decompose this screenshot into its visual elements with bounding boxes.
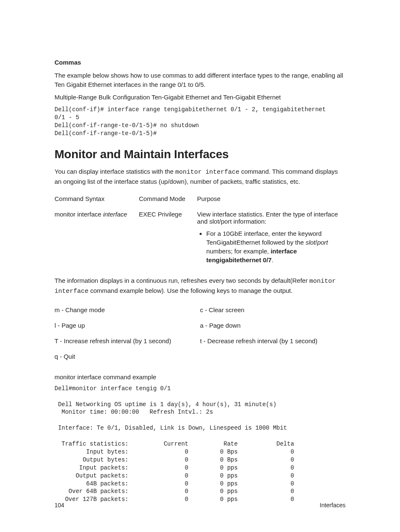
table-row: monitor interface interface EXEC Privile… [55,208,345,269]
page-container: Commas The example below shows how to us… [0,0,400,532]
commas-p2: Multiple-Range Bulk Configuration Ten-Gi… [55,93,345,102]
commas-p1: The example below shows how to use comma… [55,71,345,89]
command-table: Command Syntax Command Mode Purpose moni… [55,193,345,269]
purpose-bullet-1: For a 10GbE interface, enter the keyword… [206,229,341,264]
b-mid: numbers; for example, [206,248,270,255]
b-ital2: port [317,239,328,246]
commas-code-block: Dell(conf-if)# interface range tengigabi… [55,106,345,138]
purpose-text: View interface statistics. Enter the typ… [197,211,341,225]
table-header-row: Command Syntax Command Mode Purpose [55,193,345,208]
purpose-bullets: For a 10GbE interface, enter the keyword… [199,229,341,264]
key-T: T - Increase refresh interval (by 1 seco… [55,333,200,349]
commas-heading: Commas [55,59,345,66]
td-syntax: monitor interface interface [55,208,139,269]
footer-section: Interfaces [320,502,345,509]
th-purpose: Purpose [197,193,345,208]
keys-row-2: T - Increase refresh interval (by 1 seco… [55,333,345,349]
b-pre: For a 10GbE interface, enter the keyword… [206,230,322,246]
keys-row-3: q - Quit [55,349,345,364]
th-syntax: Command Syntax [55,193,139,208]
th-mode: Command Mode [139,193,197,208]
key-m: m - Change mode [55,302,200,318]
monitor-intro-pre: You can display interface statistics wit… [55,168,175,175]
td-mode: EXEC Privilege [139,208,197,269]
keys-table: m - Change mode c - Clear screen l - Pag… [55,302,345,364]
run-desc: The information displays in a continuous… [55,276,345,296]
example-code-block: Dell#monitor interface tengig 0/1 Dell N… [55,385,345,503]
keys-row-0: m - Change mode c - Clear screen [55,302,345,318]
monitor-title: Monitor and Maintain Interfaces [55,148,345,161]
page-number: 104 [55,502,64,509]
syntax-pre: monitor interface [55,211,103,218]
keys-row-1: l - Page up a - Page down [55,318,345,333]
example-label: monitor interface command example [55,373,345,381]
td-purpose: View interface statistics. Enter the typ… [197,208,345,269]
key-c: c - Clear screen [200,302,345,318]
run-post: command example below). Use the followin… [88,287,293,294]
key-a: a - Page down [200,318,345,333]
b-dot: . [272,256,273,263]
key-l: l - Page up [55,318,200,333]
monitor-intro-cmd: monitor interface [175,169,239,176]
key-q: q - Quit [55,349,200,364]
monitor-intro: You can display interface statistics wit… [55,167,345,186]
b-ital1: slot [306,239,315,246]
key-t: t - Decrease refresh interval (by 1 seco… [200,333,345,349]
key-empty [200,349,345,364]
run-pre: The information displays in a continuous… [55,277,309,284]
syntax-ital: interface [103,211,127,218]
page-footer: 104 Interfaces [55,502,345,509]
